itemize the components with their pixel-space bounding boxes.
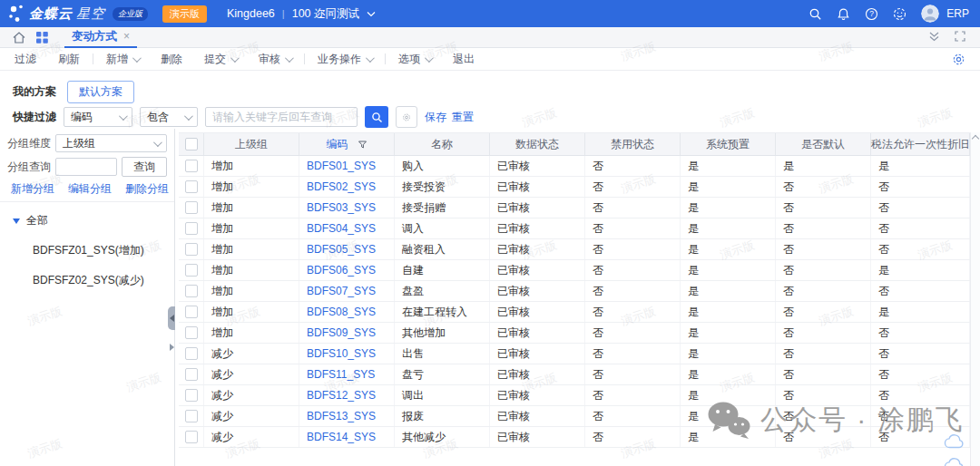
code-link[interactable]: BDFS13_SYS xyxy=(299,406,395,426)
row-checkbox-cell[interactable] xyxy=(179,177,204,197)
row-checkbox[interactable] xyxy=(185,201,198,214)
table-row[interactable]: 增加BDFS09_SYS其他增加已审核否是否否 xyxy=(179,323,970,344)
select-all-checkbox[interactable] xyxy=(185,138,198,150)
tab-close-icon[interactable]: × xyxy=(123,30,130,43)
code-link[interactable]: BDFS08_SYS xyxy=(299,302,395,322)
code-link[interactable]: BDFS12_SYS xyxy=(299,385,395,405)
feedback-smiley-icon[interactable] xyxy=(893,7,906,21)
column-header[interactable]: 名称 xyxy=(395,133,490,155)
add-group-link[interactable]: 新增分组 xyxy=(11,181,54,197)
row-checkbox-cell[interactable] xyxy=(179,302,204,322)
search-button[interactable] xyxy=(365,106,388,128)
tree-item[interactable]: BDFSFZ02_SYS(减少) xyxy=(33,273,174,288)
group-dimension-select[interactable]: 上级组 xyxy=(55,134,167,152)
table-row[interactable]: 增加BDFS02_SYS接受投资已审核否是否否 xyxy=(179,177,970,198)
row-checkbox-cell[interactable] xyxy=(179,281,204,301)
table-row[interactable]: 增加BDFS01_SYS购入已审核否是是是 xyxy=(179,156,970,177)
scroll-up-icon[interactable] xyxy=(972,135,979,142)
code-link[interactable]: BDFS06_SYS xyxy=(299,260,395,280)
toolbar-button[interactable]: 过滤 xyxy=(4,52,47,67)
row-checkbox-cell[interactable] xyxy=(179,364,204,384)
table-row[interactable]: 增加BDFS03_SYS接受捐赠已审核否是否否 xyxy=(179,198,970,218)
search-icon[interactable] xyxy=(808,7,822,21)
table-row[interactable]: 减少BDFS14_SYS其他减少已审核否是否否 xyxy=(179,427,970,448)
default-scheme-button[interactable]: 默认方案 xyxy=(67,81,134,103)
help-icon[interactable]: ? xyxy=(865,7,878,21)
toolbar-button[interactable]: 刷新 xyxy=(47,52,91,67)
cloud-icon[interactable] xyxy=(944,432,965,451)
column-header[interactable]: 上级组 xyxy=(204,133,299,155)
row-checkbox-cell[interactable] xyxy=(179,344,204,364)
code-link[interactable]: BDFS05_SYS xyxy=(299,239,395,259)
code-link[interactable]: BDFS04_SYS xyxy=(299,218,395,238)
table-row[interactable]: 减少BDFS13_SYS报废已审核否是否否 xyxy=(179,406,970,427)
toolbar-button[interactable]: 选项 xyxy=(387,52,442,67)
column-header[interactable]: 税法允许一次性折旧 xyxy=(871,133,970,155)
select-all-cell[interactable] xyxy=(179,133,204,155)
table-row[interactable]: 减少BDFS10_SYS出售已审核否是否否 xyxy=(179,344,970,364)
tree-item[interactable]: BDFSFZ01_SYS(增加) xyxy=(33,243,174,258)
column-header[interactable]: 是否默认 xyxy=(776,133,871,155)
field-select[interactable]: 编码 xyxy=(64,107,132,127)
table-row[interactable]: 减少BDFS11_SYS盘亏已审核否是否否 xyxy=(179,364,970,385)
filter-settings-button[interactable] xyxy=(396,106,417,128)
vertical-scrollbar[interactable] xyxy=(970,132,980,466)
row-checkbox[interactable] xyxy=(185,243,198,256)
row-checkbox-cell[interactable] xyxy=(179,406,204,426)
table-row[interactable]: 增加BDFS06_SYS自建已审核否是否是 xyxy=(179,260,970,281)
row-checkbox[interactable] xyxy=(185,326,198,339)
expand-panel-handle[interactable] xyxy=(168,335,175,359)
operator-select[interactable]: 包含 xyxy=(140,107,198,127)
row-checkbox-cell[interactable] xyxy=(179,323,204,343)
toolbar-button[interactable]: 新增 xyxy=(95,52,150,67)
row-checkbox-cell[interactable] xyxy=(179,260,204,280)
code-link[interactable]: BDFS01_SYS xyxy=(299,156,395,176)
row-checkbox-cell[interactable] xyxy=(179,218,204,238)
toolbar-button[interactable]: 退出 xyxy=(442,52,485,67)
table-row[interactable]: 减少BDFS12_SYS调出已审核否是否否 xyxy=(179,385,970,406)
tab-change-method[interactable]: 变动方式 × xyxy=(64,27,137,48)
code-link[interactable]: BDFS11_SYS xyxy=(299,364,395,384)
column-header[interactable]: 禁用状态 xyxy=(585,133,681,155)
code-link[interactable]: BDFS02_SYS xyxy=(299,177,395,197)
toolbar-button[interactable]: 业务操作 xyxy=(307,52,383,67)
row-checkbox[interactable] xyxy=(185,389,198,402)
row-checkbox[interactable] xyxy=(185,264,198,277)
tree-expand-icon[interactable] xyxy=(13,218,20,224)
row-checkbox[interactable] xyxy=(185,410,198,422)
column-header[interactable]: 数据状态 xyxy=(490,133,585,155)
toolbar-button[interactable]: 审核 xyxy=(248,52,302,67)
collapse-tabs-icon[interactable] xyxy=(928,29,940,45)
avatar[interactable] xyxy=(921,5,939,23)
collapse-panel-handle[interactable] xyxy=(168,306,175,330)
code-link[interactable]: BDFS14_SYS xyxy=(299,427,395,447)
row-checkbox-cell[interactable] xyxy=(179,427,204,447)
table-row[interactable]: 增加BDFS07_SYS盘盈已审核否是否否 xyxy=(179,281,970,302)
cloud-icon-2[interactable] xyxy=(944,456,965,466)
table-row[interactable]: 增加BDFS05_SYS融资租入已审核否是否否 xyxy=(179,239,970,260)
row-checkbox-cell[interactable] xyxy=(179,198,204,218)
table-row[interactable]: 增加BDFS08_SYS在建工程转入已审核否是否是 xyxy=(179,302,970,323)
row-checkbox[interactable] xyxy=(185,368,198,381)
column-header[interactable]: 编码 xyxy=(299,133,395,155)
edit-group-link[interactable]: 编辑分组 xyxy=(68,181,112,197)
table-row[interactable]: 增加BDFS04_SYS调入已审核否是否否 xyxy=(179,218,970,239)
apps-grid-icon[interactable] xyxy=(36,32,48,44)
tree-root-all[interactable]: 全部 xyxy=(13,213,174,228)
row-checkbox-cell[interactable] xyxy=(179,156,204,176)
row-checkbox[interactable] xyxy=(185,222,198,235)
group-search-input[interactable] xyxy=(55,158,117,176)
keyword-input[interactable] xyxy=(205,107,358,127)
fullscreen-icon[interactable] xyxy=(955,29,965,45)
row-checkbox[interactable] xyxy=(185,180,198,193)
row-checkbox[interactable] xyxy=(185,285,198,297)
delete-group-link[interactable]: 删除分组 xyxy=(125,181,169,197)
row-checkbox-cell[interactable] xyxy=(179,239,204,259)
filter-funnel-icon[interactable] xyxy=(358,140,368,150)
code-link[interactable]: BDFS03_SYS xyxy=(299,198,395,218)
save-link[interactable]: 保存 xyxy=(425,110,446,125)
account-org-switcher[interactable]: Kingdee6 | 100 迩同测试 xyxy=(227,6,376,22)
column-header[interactable]: 系统预置 xyxy=(681,133,776,155)
row-checkbox[interactable] xyxy=(185,347,198,360)
row-checkbox[interactable] xyxy=(185,431,198,443)
